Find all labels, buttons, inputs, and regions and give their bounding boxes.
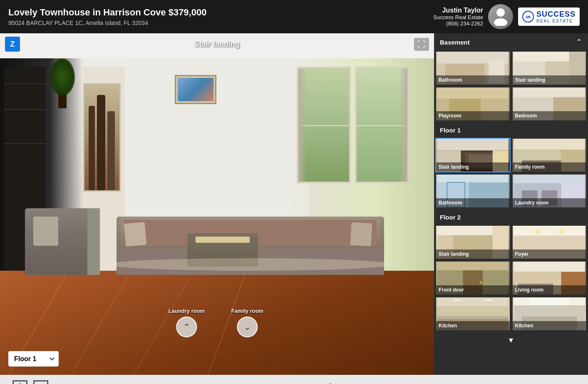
armchair [25,208,100,275]
main-content: Z Stair landing ⛶ [0,33,588,375]
room-thumb-bathroom-b1[interactable]: Bathroom [435,51,511,85]
agent-name: Justin Taylor [433,7,483,14]
room-thumb-stair-fl2[interactable]: Stair landing [435,225,511,259]
pillow-2 [350,222,372,247]
svg-rect-19 [437,139,509,151]
room-thumb-kitchen1[interactable]: Kitchen [435,297,511,331]
svg-rect-13 [437,87,509,99]
panorama-scene [0,33,434,375]
sidebar: Basement ⌃ Bathroom [434,33,588,375]
room-label-foyer: Foyer [513,249,586,259]
hotspot-family[interactable]: Family room ⌄ [231,308,263,337]
window-left [297,67,351,183]
room-label-livingroom: Living room [513,285,586,294]
zillow-icon: Z [5,37,20,52]
room-thumb-playroom[interactable]: Playroom [435,87,511,121]
section-toggle-basement[interactable]: ⌃ [576,37,582,47]
room-thumb-foyer[interactable]: Foyer [512,225,587,259]
svg-rect-64 [437,306,509,316]
room-label-playroom: Playroom [436,111,510,120]
room-label-kitchen2: Kitchen [513,321,586,330]
basement-rooms-grid: Bathroom Stair landing [434,51,588,122]
hotspot-laundry[interactable]: Laundry room ⌃ [169,308,205,337]
svg-rect-16 [514,87,585,97]
room-thumb-livingroom[interactable]: Living room [512,261,587,295]
svg-point-49 [559,229,563,234]
section-floor1: Floor 1 [434,122,588,209]
broker-sub: REAL ESTATE [536,19,576,23]
svg-point-48 [535,229,539,234]
room-label-stair-b1: Stair landing [513,75,586,85]
footer: R Powered by eAgent360® [0,375,588,384]
header: Lovely Townhouse in Harrison Cove $379,0… [0,0,588,33]
viewer-top-bar: Z Stair landing ⛶ [0,33,434,55]
scroll-down-button[interactable]: ▾ [509,335,513,345]
section-title-floor2: Floor 2 [440,214,461,221]
svg-rect-31 [437,175,509,182]
room-thumb-kitchen2[interactable]: Kitchen [512,297,587,331]
room-label-stair-fl2: Stair landing [436,249,510,259]
svg-rect-46 [514,226,585,236]
svg-point-1 [494,18,507,26]
svg-point-0 [496,8,505,17]
header-right: Justin Taylor Success Real Estate (858) … [433,4,580,29]
svg-rect-26 [514,139,585,150]
agent-photo [488,4,513,29]
current-room-title: Stair landing [194,40,240,49]
property-address: 95024 BARCLAY PLACE 1C, Amelia Island, F… [8,20,206,26]
panorama-viewer[interactable]: Z Stair landing ⛶ [0,33,434,375]
rug-edge [108,258,392,271]
section-basement: Basement ⌃ Bathroom [434,33,588,122]
room-label-bedroom: Bedroom [513,111,586,120]
hotspot-laundry-circle[interactable]: ⌃ [176,317,197,337]
agent-info: Justin Taylor Success Real Estate (858) … [433,7,483,27]
svg-rect-65 [453,299,461,301]
svg-rect-66 [485,299,493,301]
plant [50,58,75,108]
window-right [355,67,409,183]
room-label-laundry-fl1: Laundry room [513,198,586,207]
room-thumb-bathroom-fl1[interactable]: Bathroom [435,174,511,208]
picture-frame [175,75,216,104]
equal-housing-icon [12,380,27,384]
header-left: Lovely Townhouse in Harrison Cove $379,0… [8,7,206,26]
floor1-rooms-grid: Stair landing Family room [434,138,588,209]
footer-powered-by: Powered by eAgent360® [258,382,333,384]
room-label-kitchen1: Kitchen [436,321,510,330]
room-label-family-fl1: Family room [513,162,586,172]
svg-rect-56 [514,262,585,272]
room-thumb-family-fl1[interactable]: Family room [512,138,587,172]
floor-dropdown[interactable]: Basement Floor 1 Floor 2 [8,351,59,367]
section-header-basement: Basement ⌃ [434,33,588,51]
section-header-floor2: Floor 2 [434,209,588,225]
footer-logos: R [12,380,48,384]
svg-rect-69 [529,297,569,305]
svg-rect-36 [514,175,585,183]
room-thumb-bedroom[interactable]: Bedroom [512,87,587,121]
section-title-basement: Basement [440,39,470,46]
room-thumb-laundry-fl1[interactable]: Laundry room [512,174,587,208]
pillow-1 [124,222,147,247]
room-label-bathroom-b1: Bathroom [436,75,510,85]
agent-company: Success Real Estate [433,14,483,20]
svg-point-54 [479,282,482,284]
floor [0,258,434,375]
section-floor2: Floor 2 Stair landing [434,209,588,347]
svg-rect-61 [437,297,509,306]
svg-rect-76 [34,381,47,384]
scroll-down-indicator[interactable]: ▾ [434,332,588,347]
fullscreen-button[interactable]: ⛶ [414,38,429,51]
room-thumb-frontdoor[interactable]: Front door [435,261,511,295]
hotspot-family-circle[interactable]: ⌄ [237,317,258,337]
svg-text:SR: SR [526,15,531,19]
floor-selector[interactable]: Basement Floor 1 Floor 2 [8,351,59,367]
floor2-rooms-grid: Stair landing Foyer [434,225,588,332]
room-thumb-stair-fl1[interactable]: Stair landing [435,138,511,172]
room-thumb-stair-b1[interactable]: Stair landing [512,51,587,85]
room-label-frontdoor: Front door [436,285,510,294]
section-header-floor1: Floor 1 [434,122,588,138]
broker-name: SUCCESS [536,10,576,19]
room-label-stair-fl1: Stair landing [436,162,510,172]
property-title: Lovely Townhouse in Harrison Cove $379,0… [8,7,206,18]
room-label-bathroom-fl1: Bathroom [436,198,510,207]
